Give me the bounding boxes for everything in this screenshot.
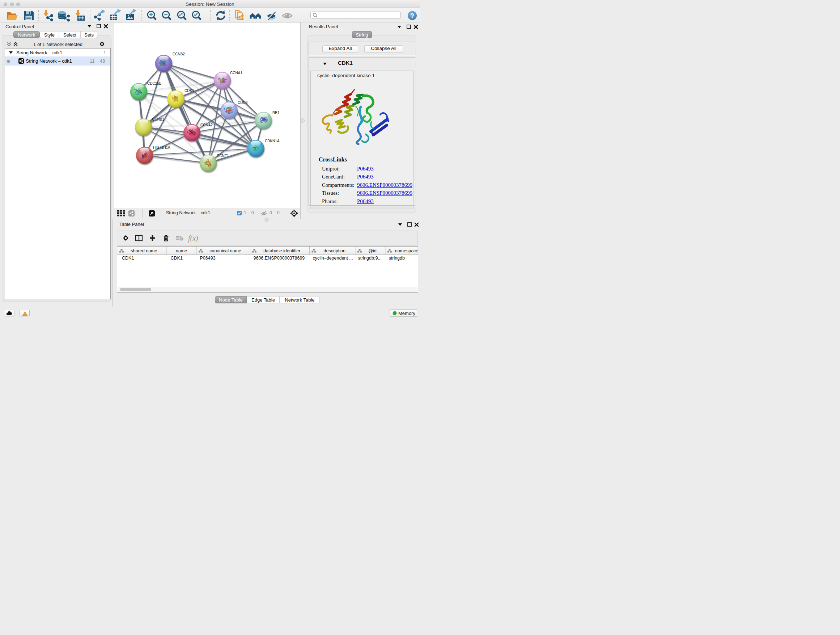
svg-text:f(x): f(x) — [188, 234, 198, 242]
svg-text:CCNB1: CCNB1 — [152, 117, 164, 121]
svg-text:name: name — [176, 249, 187, 253]
svg-text:@id: @id — [368, 249, 376, 253]
svg-text:RB1: RB1 — [272, 111, 279, 115]
svg-text:CDKN1A: CDKN1A — [265, 139, 279, 143]
svg-text:CDK1: CDK1 — [185, 89, 194, 93]
svg-text:CCNE1: CCNE1 — [217, 154, 229, 158]
svg-text:CDC6: CDC6 — [238, 101, 248, 105]
svg-text:namespace: namespace — [395, 249, 418, 253]
svg-text:CCNA1: CCNA1 — [230, 71, 242, 75]
svg-text:shared name: shared name — [131, 249, 157, 253]
svg-text:CDC25B: CDC25B — [147, 81, 162, 86]
svg-text:CCNA2: CCNA2 — [201, 123, 213, 127]
svg-text:?: ? — [410, 12, 414, 19]
svg-text:description: description — [324, 249, 346, 253]
svg-text:CCNB2: CCNB2 — [172, 52, 185, 56]
svg-text:database identifier: database identifier — [264, 249, 300, 253]
svg-text:canonical name: canonical name — [210, 249, 241, 253]
svg-text:HIST1H1A: HIST1H1A — [153, 146, 171, 149]
